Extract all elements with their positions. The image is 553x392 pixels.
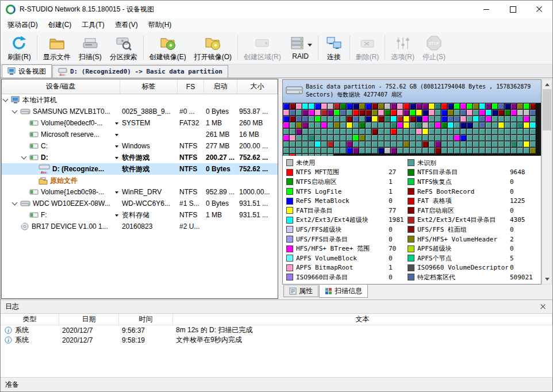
- log-column-header[interactable]: 日期: [59, 314, 119, 325]
- menu-item[interactable]: 帮助(H): [143, 18, 177, 32]
- tab-bar: 设备视图Rec.D: (Recognized0) -> Basic data p…: [1, 64, 552, 78]
- tree-row[interactable]: WDC WD10EZEX-08W...WD-WCC6Y6...#1 S...0 …: [2, 198, 278, 209]
- tree-row[interactable]: 本地计算机: [2, 94, 278, 106]
- expander-icon[interactable]: [12, 108, 18, 114]
- scan-block: [347, 148, 352, 153]
- tree-column-header[interactable]: 设备/磁盘: [2, 79, 120, 94]
- scan-block-map[interactable]: [283, 103, 541, 156]
- menu-item[interactable]: 创建(C): [43, 18, 77, 32]
- scan-block: [353, 135, 359, 141]
- tree-column-header[interactable]: 大小: [237, 79, 278, 94]
- minimize-icon[interactable]: [473, 1, 500, 18]
- raid-dropdown-icon[interactable]: [308, 44, 312, 49]
- log-column-header[interactable]: 时间: [119, 314, 173, 325]
- toolbar-button-create-region: 创建区域(R): [240, 33, 285, 63]
- scrollbar-track[interactable]: [543, 89, 551, 275]
- log-column-header[interactable]: 类型: [1, 314, 59, 325]
- scan-block: [505, 116, 510, 122]
- expander-icon[interactable]: [21, 154, 27, 160]
- tree-row[interactable]: F:资料存储NTFS1 MB931.51 ...: [2, 209, 278, 221]
- tree-row[interactable]: Rec.D: (Recognize...软件游戏NTFS0 Bytes752.6…: [2, 163, 278, 175]
- tree-row[interactable]: Volume{1ecb0c98-...WinRE_DRVNTFS952.89 .…: [2, 186, 278, 198]
- log-text: 8m 12s 的 D: 扫描已完成: [173, 325, 552, 335]
- scan-block: [366, 110, 371, 116]
- tree-row[interactable]: Microsoft reserve...261 MB16 MB: [2, 129, 278, 140]
- legend-entry: ISO9660 VolumeDescriptor0: [408, 263, 540, 273]
- device-name: D: (Recognize...: [52, 165, 104, 173]
- tree-column-header[interactable]: 标签: [120, 79, 178, 94]
- tree-row[interactable]: C:WindowsNTFS277 MB200.00 ...: [2, 140, 278, 152]
- volume-icon: [29, 189, 39, 195]
- toolbar-button-raid[interactable]: RAID: [285, 33, 316, 63]
- log-row[interactable]: i系统2020/12/79:58:19文件枚举在9秒内完成: [1, 335, 552, 345]
- scan-block: [315, 141, 321, 147]
- scan-block: [347, 122, 352, 128]
- scan-block: [429, 122, 435, 128]
- legend-value: 1: [389, 188, 393, 195]
- tree-row[interactable]: SAMSUNG MZVLB1T0...0025_388B_9...#0 ...0…: [2, 106, 278, 117]
- legend-color-swatch: [408, 188, 414, 195]
- menu-item[interactable]: 查看(V): [110, 18, 143, 32]
- legend-label: NTFS MFT范围: [296, 168, 339, 176]
- scan-block: [454, 135, 460, 141]
- scrollbar-thumb[interactable]: [543, 89, 551, 130]
- scan-block: [359, 103, 365, 109]
- menu-item[interactable]: 驱动器(D): [2, 18, 43, 32]
- scan-block: [467, 110, 473, 116]
- scan-block: [416, 110, 422, 116]
- scan-block: [429, 148, 435, 153]
- scan-block: [410, 135, 416, 141]
- toolbar-button-scan[interactable]: 扫描(S): [75, 33, 106, 63]
- expander-icon[interactable]: [12, 200, 18, 206]
- scan-block: [404, 110, 409, 116]
- tree-column-header[interactable]: FS: [178, 79, 204, 94]
- toolbar-button-show-files[interactable]: 显示文件: [39, 33, 75, 63]
- scan-block: [454, 148, 460, 153]
- tree-row[interactable]: D:软件游戏NTFS200.27 ...752.62 ...: [2, 152, 278, 163]
- log-close-icon[interactable]: [539, 302, 548, 312]
- scan-block: [290, 129, 295, 134]
- toolbar-button-create-image[interactable]: 创建镜像(E): [145, 33, 190, 63]
- volume-dropdown-icon[interactable]: [115, 214, 118, 218]
- tab-recognized-partition[interactable]: Rec.D: (Recognized0) -> Basic data parti…: [52, 65, 228, 78]
- log-column-header[interactable]: 文本: [173, 314, 552, 325]
- right-scrollbar[interactable]: [542, 79, 552, 285]
- toolbar-separator: [318, 36, 318, 60]
- tab-properties[interactable]: 属性: [283, 285, 318, 297]
- tree-cell-start: 952.89 ...: [204, 186, 237, 198]
- tab-device-view[interactable]: 设备视图: [2, 64, 52, 78]
- scan-block: [517, 122, 523, 128]
- toolbar-button-refresh[interactable]: 刷新(R): [3, 33, 35, 63]
- volume-dropdown-icon[interactable]: [115, 134, 118, 138]
- scroll-up-icon[interactable]: [543, 80, 551, 89]
- volume-dropdown-icon[interactable]: [115, 122, 118, 126]
- tree-cell-fs: [178, 94, 204, 106]
- toolbar-button-connect[interactable]: 连接: [320, 33, 348, 63]
- log-body: i系统2020/12/79:56:378m 12s 的 D: 扫描已完成i系统2…: [1, 325, 552, 345]
- tree-cell-name: D:: [2, 152, 120, 163]
- menu-item[interactable]: 工具(T): [76, 18, 109, 32]
- tree-row[interactable]: 原始文件: [2, 175, 278, 186]
- tree-column-header[interactable]: 启动: [204, 79, 237, 94]
- log-row[interactable]: i系统2020/12/79:56:378m 12s 的 D: 扫描已完成: [1, 325, 552, 335]
- toolbar-button-partition-search[interactable]: 分区搜索: [106, 33, 141, 63]
- tree-row[interactable]: BR17 DEVICE V1.00 1...20160823#2 U...: [2, 221, 278, 232]
- legend-color-swatch: [286, 264, 293, 271]
- scan-block: [524, 110, 529, 116]
- toolbar-button-open-image[interactable]: 打开镜像(O): [190, 33, 236, 63]
- close-icon[interactable]: [526, 1, 552, 18]
- tree-cell-fs: #1 S...: [178, 198, 204, 209]
- tree-row[interactable]: Volume{0bedecf0-...SYSTEMFAT321 MB260 MB: [2, 117, 278, 129]
- volume-dropdown-icon[interactable]: [115, 145, 118, 149]
- scan-block: [517, 148, 523, 153]
- volume-dropdown-icon[interactable]: [115, 157, 118, 161]
- scan-block: [372, 148, 378, 153]
- expander-icon[interactable]: [3, 97, 9, 102]
- scan-block: [498, 135, 504, 141]
- volume-dropdown-icon[interactable]: [115, 191, 118, 195]
- maximize-icon[interactable]: [500, 1, 526, 18]
- scan-block: [486, 103, 491, 109]
- scroll-down-icon[interactable]: [543, 275, 551, 284]
- tab-scan-information[interactable]: 扫描信息: [319, 285, 368, 298]
- scan-block: [378, 122, 384, 128]
